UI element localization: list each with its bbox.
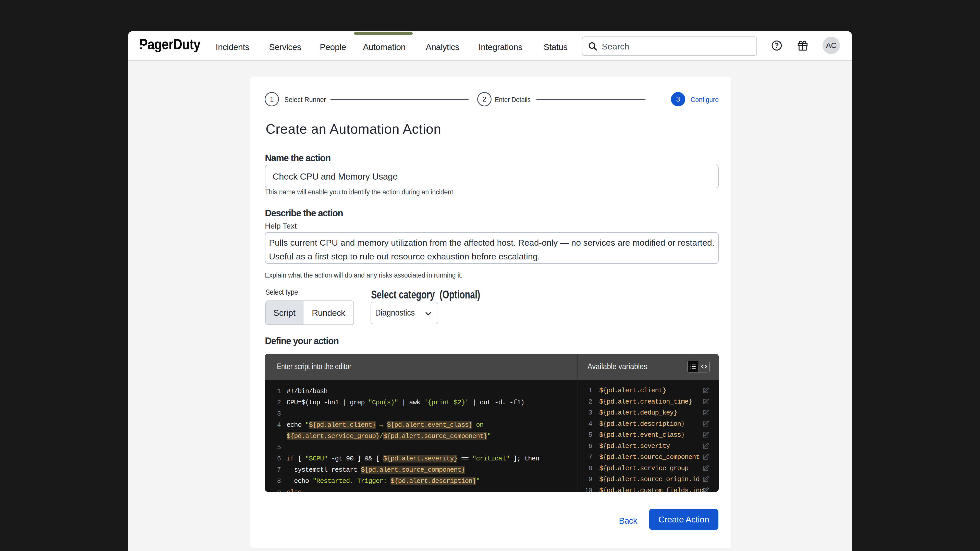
svg-text:?: ? <box>775 41 779 49</box>
